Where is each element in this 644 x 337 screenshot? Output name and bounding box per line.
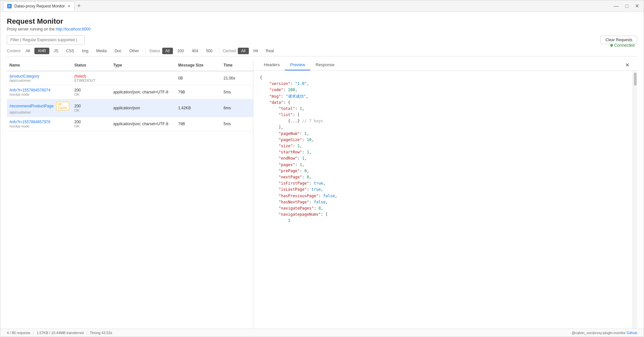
status-divider-2: | [86, 331, 87, 335]
row-time: 21.00s [221, 71, 253, 85]
request-count: 4 / 86 requests [7, 331, 30, 335]
row-status: 200 OK [72, 99, 111, 117]
filter-btn-all[interactable]: All [22, 48, 33, 54]
browser-tab[interactable]: Dalao-proxy Request Monitor ✕ [3, 1, 75, 11]
row-type: application/json; charset=UTF-8 [111, 85, 176, 99]
col-time: Time [221, 62, 253, 69]
maximize-btn[interactable]: □ [623, 2, 630, 10]
connected-label: Connected [614, 43, 635, 48]
col-status: Status [72, 62, 111, 69]
row-type: application/json; charset=UTF-8 [111, 117, 176, 131]
row-status-text: 200 [74, 88, 108, 92]
tab-title: Dalao-proxy Request Monitor [14, 4, 65, 8]
cached-filter-label: Cached [223, 49, 236, 53]
filter-btn-doc[interactable]: Doc [111, 48, 125, 54]
col-name: Name [7, 62, 72, 69]
tab-close-btn[interactable]: ✕ [67, 4, 70, 8]
status-btn-all[interactable]: All [162, 48, 173, 54]
row-sub: /api/customer [9, 78, 69, 82]
cached-btn-real[interactable]: Real [262, 48, 277, 54]
row-sub: /sockjs-node [9, 92, 69, 96]
status-filter-label: Status [149, 49, 160, 53]
hit-cache-badge: Hit Cache [56, 102, 69, 110]
tab-icon [7, 4, 12, 8]
panel-tabs: Headers Preview Response ✕ [253, 60, 637, 71]
row-status-sub: ETIMEDOUT [74, 78, 108, 82]
close-panel-btn[interactable]: ✕ [623, 61, 632, 69]
col-type: Type [111, 62, 176, 69]
status-btn-404[interactable]: 404 [188, 48, 201, 54]
row-time: 6ms [221, 99, 253, 117]
row-status-text: 200 [74, 120, 108, 124]
status-btn-200[interactable]: 200 [174, 48, 187, 54]
row-size: 0B [176, 71, 221, 85]
row-path: /recommendProductPage [9, 104, 54, 108]
connected-dot [610, 44, 613, 47]
row-size: 79B [176, 117, 221, 131]
filter-input[interactable] [7, 35, 85, 44]
content-filter-label: Content [7, 49, 20, 53]
filter-btn-img[interactable]: Img [79, 48, 91, 54]
row-type: application/json [111, 99, 176, 117]
status-btn-500[interactable]: 500 [203, 48, 216, 54]
status-divider-1: | [33, 331, 34, 335]
table-row[interactable]: /info?t=1557894657976 /sockjs-node 200 O… [7, 117, 253, 131]
minimize-btn[interactable]: — [612, 2, 621, 10]
proxy-prefix: Proxy server running on the [7, 27, 56, 31]
status-bar: 4 / 86 requests | 1.57KB / 10.44MB trans… [0, 329, 644, 337]
proxy-status: Proxy server running on the http://local… [7, 27, 637, 31]
status-left: 4 / 86 requests | 1.57KB / 10.44MB trans… [7, 331, 112, 335]
row-status: (failed) ETIMEDOUT [72, 71, 111, 85]
row-name: /info?t=1557894578074 /sockjs-node [7, 85, 72, 99]
row-status: 200 OK [72, 85, 111, 99]
row-name: /recommendProductPage Hit Cache /api/cus… [7, 99, 72, 117]
row-time: 5ms [221, 117, 253, 131]
close-btn[interactable]: ✕ [633, 2, 641, 10]
preview-panel: Headers Preview Response ✕ { "version": … [253, 60, 637, 329]
row-path: /productCategory [9, 74, 69, 78]
github-link[interactable]: Github [627, 331, 637, 335]
col-size: Message Size [176, 62, 221, 69]
row-status: 200 OK [72, 117, 111, 131]
proxy-url[interactable]: http://localhost:8000 [56, 27, 91, 31]
row-path: /info?t=1557894657976 [9, 120, 69, 124]
row-status-sub: OK [74, 124, 108, 128]
tab-headers[interactable]: Headers [259, 60, 285, 70]
row-time: 5ms [221, 85, 253, 99]
table-body: /productCategory /api/customer (failed) … [7, 71, 253, 329]
json-preview: { "version": "1.0", "code": 200, "msg": … [253, 71, 637, 329]
scrollbar[interactable] [633, 71, 637, 329]
table-row[interactable]: /info?t=1557894578074 /sockjs-node 200 O… [7, 85, 253, 99]
filter-btn-js[interactable]: JS [51, 48, 62, 54]
row-sub: /sockjs-node [9, 124, 69, 128]
new-tab-btn[interactable]: + [75, 3, 83, 9]
scrollbar-thumb[interactable] [634, 73, 637, 86]
filter-row: Content All XHR JS CSS Img Media Doc Oth… [7, 48, 637, 56]
tab-response[interactable]: Response [310, 60, 340, 70]
row-sub: /api/customer [9, 110, 69, 114]
row-type [111, 71, 176, 85]
cached-btn-hit[interactable]: Hit [250, 48, 261, 54]
request-table: Name Status Type Message Size Time /prod… [7, 60, 253, 329]
cached-btn-all[interactable]: All [238, 48, 249, 54]
table-header: Name Status Type Message Size Time [7, 60, 253, 71]
row-name: /productCategory /api/customer [7, 71, 72, 85]
row-status-sub: OK [74, 108, 108, 112]
tab-preview[interactable]: Preview [285, 60, 310, 70]
row-name: /info?t=1557894657976 /sockjs-node [7, 117, 72, 131]
row-size: 1.42KB [176, 99, 221, 117]
filter-btn-xhr[interactable]: XHR [34, 48, 49, 54]
timing: Timing 43.53s [90, 331, 112, 335]
row-path: /info?t=1557894578074 [9, 88, 69, 92]
toolbar: Clear Requests [7, 35, 637, 44]
row-size: 79B [176, 85, 221, 99]
separator-1 [145, 48, 146, 54]
row-status-text: (failed) [74, 74, 108, 78]
filter-btn-other[interactable]: Other [126, 48, 142, 54]
table-row[interactable]: /productCategory /api/customer (failed) … [7, 71, 253, 85]
window-controls: — □ ✕ [612, 2, 641, 10]
table-row[interactable]: /recommendProductPage Hit Cache /api/cus… [7, 99, 253, 117]
filter-btn-media[interactable]: Media [93, 48, 110, 54]
row-status-text: 200 [74, 104, 108, 108]
filter-btn-css[interactable]: CSS [63, 48, 78, 54]
